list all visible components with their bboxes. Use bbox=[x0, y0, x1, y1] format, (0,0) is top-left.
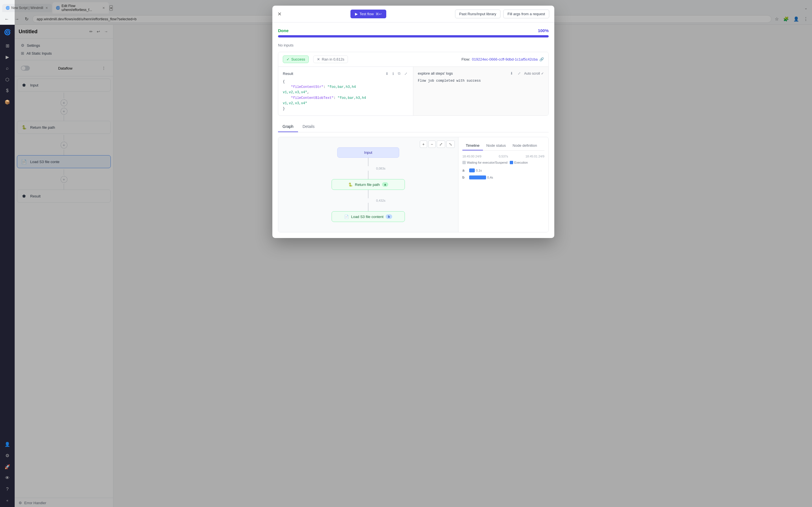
info-result-btn[interactable]: ℹ bbox=[391, 71, 395, 76]
external-link-icon: 🔗 bbox=[539, 57, 544, 61]
nav-help-icon[interactable]: ? bbox=[2, 484, 12, 494]
timeline-bar-area-a: 0,1s bbox=[469, 168, 545, 172]
node-status-tab[interactable]: Node status bbox=[483, 141, 509, 151]
graph-edge-label-1: 0,083s bbox=[376, 167, 386, 170]
node-definition-tab[interactable]: Node definition bbox=[509, 141, 541, 151]
graph-return-file-path-node[interactable]: 🐍 Return file path a bbox=[332, 179, 405, 190]
nav-resources-icon[interactable]: $ bbox=[2, 86, 12, 96]
timeline-time-start: 18:45:00 24/9 bbox=[462, 155, 481, 158]
success-check-icon: ✓ bbox=[287, 57, 290, 61]
log-output: Flow job completed with success bbox=[418, 79, 544, 83]
download-logs-btn[interactable]: ⬇ bbox=[509, 71, 514, 76]
nav-apps-icon[interactable]: ⬡ bbox=[2, 74, 12, 84]
nav-settings-icon[interactable]: ⚙ bbox=[2, 450, 12, 460]
graph-edge-line-1b bbox=[368, 171, 368, 179]
timeline-time-b: 0,4s bbox=[487, 176, 493, 179]
copy-result-btn[interactable]: ⧉ bbox=[397, 71, 402, 76]
timeline-duration: 0,537s bbox=[499, 155, 508, 158]
nav-home-icon[interactable]: ⊞ bbox=[2, 41, 12, 51]
nav-runs-icon[interactable]: ▶ bbox=[2, 52, 12, 62]
modal-tabs: Graph Details bbox=[278, 121, 549, 132]
legend-exec-label: Execution bbox=[514, 161, 528, 164]
nav-search-icon[interactable]: ⌕ bbox=[2, 63, 12, 73]
result-logs-section: explore all steps' logs ⬇ ⤢ Auto scroll … bbox=[413, 67, 548, 115]
timeline-tab[interactable]: Timeline bbox=[462, 141, 483, 151]
fullscreen-result-btn[interactable]: ⤢ bbox=[403, 71, 409, 76]
details-tab[interactable]: Details bbox=[298, 121, 319, 132]
test-flow-shortcut: ⌘↩ bbox=[375, 12, 382, 16]
test-flow-label: Test flow bbox=[359, 12, 374, 16]
nav-collapse-icon[interactable]: « bbox=[2, 496, 12, 506]
graph-return-icon: 🐍 bbox=[348, 182, 353, 187]
timeline-label-a: a bbox=[462, 168, 467, 172]
legend-wait-box bbox=[462, 161, 466, 164]
timeline-row-a: a 0,1s bbox=[462, 168, 545, 172]
timeline-bar-area-b: 0,4s bbox=[469, 175, 545, 179]
result-status-row: ✓ Success ✕ Ran in 0,612s bbox=[283, 55, 348, 63]
timeline-row-b: b 0,4s bbox=[462, 175, 545, 179]
logs-header: explore all steps' logs ⬇ ⤢ Auto scroll … bbox=[418, 71, 544, 76]
test-flow-button[interactable]: ▶ Test flow ⌘↩ bbox=[350, 10, 386, 18]
graph-input-label: Input bbox=[364, 151, 372, 155]
graph-load-s3-node[interactable]: 📄 Load S3 file content b bbox=[332, 211, 405, 222]
nav-audit-icon[interactable]: 👁 bbox=[2, 473, 12, 483]
timeline-bar-a bbox=[469, 168, 475, 172]
graph-edge-line-1 bbox=[368, 158, 368, 166]
back-button[interactable]: ← bbox=[3, 15, 11, 23]
graph-input-node[interactable]: Input bbox=[337, 147, 399, 158]
auto-scroll-toggle[interactable]: Auto scroll ✓ bbox=[524, 71, 544, 75]
timing-icon: ✕ bbox=[317, 57, 320, 61]
progress-section: Done 100% bbox=[278, 28, 549, 38]
past-runs-button[interactable]: Past Runs/Input library bbox=[455, 10, 501, 18]
done-label: Done bbox=[278, 28, 289, 33]
legend-exec-box bbox=[510, 161, 513, 164]
modal-close-button[interactable]: ✕ bbox=[277, 11, 282, 17]
auto-scroll-check: ✓ bbox=[541, 71, 544, 75]
auto-scroll-label: Auto scroll bbox=[524, 71, 540, 75]
app-container: 🌀 ⊞ ▶ ⌕ ⬡ $ 📦 👤 ⚙ 🚀 👁 ? « Untitled ✏ ↩ →… bbox=[0, 25, 812, 507]
timing-label: Ran in 0,612s bbox=[322, 57, 344, 61]
modal-header: ✕ ▶ Test flow ⌘↩ Past Runs/Input library… bbox=[272, 6, 554, 22]
result-title: Result bbox=[283, 71, 293, 76]
graph-load-s3-icon: 📄 bbox=[344, 215, 349, 219]
nav-deploy-icon[interactable]: 🚀 bbox=[2, 462, 12, 472]
legend-wait: Waiting for executor/Suspend bbox=[462, 161, 507, 164]
graph-edge-line-2b bbox=[368, 203, 368, 211]
legend-wait-label: Waiting for executor/Suspend bbox=[467, 161, 507, 164]
nav-logo[interactable]: 🌀 bbox=[2, 27, 12, 37]
timeline-bar-b bbox=[469, 175, 486, 179]
result-code: { "fileContentStr": "foo,bar,h3,h4 v1,v2… bbox=[283, 79, 409, 112]
graph-canvas: + − ⤢ ⤡ Input bbox=[278, 137, 458, 232]
flow-id-link[interactable]: 019224ec-0666-ccff-9dbd-1c1af5c42cba bbox=[472, 57, 538, 61]
test-flow-modal: ✕ ▶ Test flow ⌘↩ Past Runs/Input library… bbox=[272, 6, 554, 238]
nav-packages-icon[interactable]: 📦 bbox=[2, 97, 12, 107]
timeline-label-b: b bbox=[462, 175, 467, 179]
timing-badge: ✕ Ran in 0,612s bbox=[313, 55, 348, 63]
graph-return-badge: a bbox=[382, 182, 388, 187]
modal-overlay: ✕ ▶ Test flow ⌘↩ Past Runs/Input library… bbox=[15, 0, 812, 507]
flow-label: Flow: bbox=[462, 57, 470, 61]
timeline-panel: Timeline Node status Node definition 18:… bbox=[458, 137, 548, 232]
modal-body: Done 100% No inputs ✓ Suc bbox=[272, 22, 554, 238]
result-card: ✓ Success ✕ Ran in 0,612s Flow: 019224ec… bbox=[278, 52, 549, 116]
progress-percentage: 100% bbox=[538, 28, 549, 33]
graph-flow: Input 0,083s 🐍 Return fil bbox=[283, 142, 454, 228]
result-code-title: Result ⬇ ℹ ⧉ ⤢ bbox=[283, 71, 409, 76]
graph-edge-1: 0,083s bbox=[368, 158, 368, 179]
fill-args-button[interactable]: Fill args from a request bbox=[503, 10, 549, 18]
flow-link-container: Flow: 019224ec-0666-ccff-9dbd-1c1af5c42c… bbox=[462, 57, 544, 61]
graph-tab[interactable]: Graph bbox=[278, 121, 298, 132]
timeline-legend: Waiting for executor/Suspend Execution bbox=[462, 161, 545, 164]
result-content-row: Result ⬇ ℹ ⧉ ⤢ { "fileConten bbox=[278, 67, 548, 115]
download-result-btn[interactable]: ⬇ bbox=[384, 71, 390, 76]
success-label: Success bbox=[291, 57, 305, 61]
timeline-header: 18:45:00 24/9 0,537s 18:45:01 24/9 bbox=[462, 155, 545, 158]
windmill-nav: 🌀 ⊞ ▶ ⌕ ⬡ $ 📦 👤 ⚙ 🚀 👁 ? « bbox=[0, 25, 15, 507]
nav-users-icon[interactable]: 👤 bbox=[2, 439, 12, 449]
graph-edge-line-2 bbox=[368, 190, 368, 198]
graph-edge-label-2: 0,432s bbox=[376, 199, 386, 202]
result-code-section: Result ⬇ ℹ ⧉ ⤢ { "fileConten bbox=[278, 67, 413, 115]
progress-header: Done 100% bbox=[278, 28, 549, 33]
graph-load-s3-badge: b bbox=[386, 214, 392, 219]
expand-logs-btn[interactable]: ⤢ bbox=[516, 71, 522, 76]
